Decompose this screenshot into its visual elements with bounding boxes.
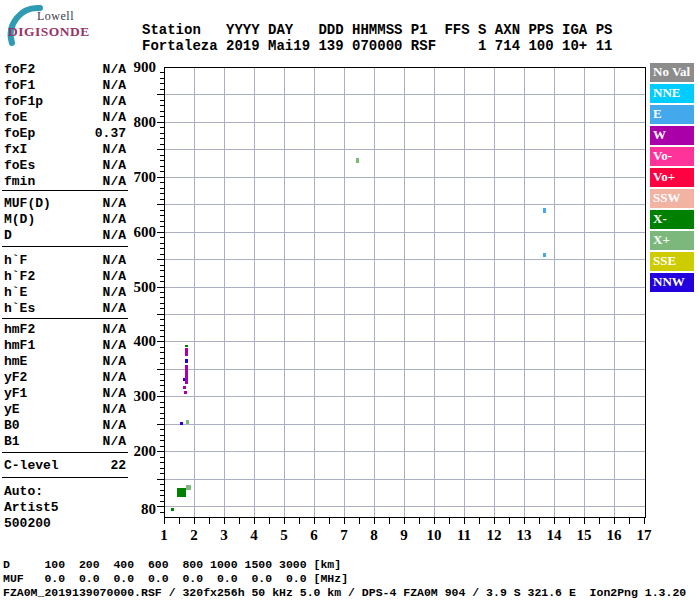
- legend-item-no-val: No Val: [650, 63, 694, 82]
- legend-item-nne: NNE: [650, 84, 694, 103]
- footer-muf-row: MUF 0.0 0.0 0.0 0.0 0.0 0.0 0.0 0.0 [MHz…: [3, 572, 348, 586]
- legend-item-vo-: Vo-: [650, 147, 694, 166]
- legend-item-w: W: [650, 126, 694, 145]
- legend-item-x-: X-: [650, 210, 694, 229]
- legend-item-e: E: [650, 105, 694, 124]
- legend-item-sse: SSE: [650, 252, 694, 271]
- echo-direction-legend: No ValNNEEWVo-Vo+SSWX-X+SSENNW: [0, 0, 700, 600]
- footer-file-info-row: FZA0M_2019139070000.RSF / 320fx256h 50 k…: [3, 586, 686, 600]
- legend-item-nnw: NNW: [650, 273, 694, 292]
- legend-item-x-: X+: [650, 231, 694, 250]
- ionogram-viewer: Lowell DIGISONDE Station YYYY DAY DDD HH…: [0, 0, 700, 600]
- legend-item-vo-: Vo+: [650, 168, 694, 187]
- footer-distance-row: D 100 200 400 600 800 1000 1500 3000 [km…: [3, 558, 341, 572]
- legend-item-ssw: SSW: [650, 189, 694, 208]
